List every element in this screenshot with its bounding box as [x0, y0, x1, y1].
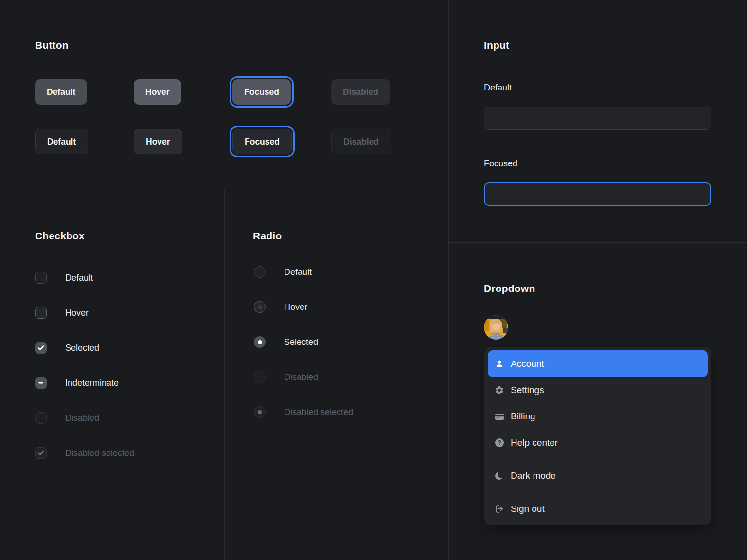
checkbox-section-title: Checkbox [35, 230, 85, 242]
menu-divider [493, 492, 703, 492]
button-subtle-default[interactable]: Default [35, 129, 88, 154]
menu-item-account[interactable]: Account [488, 350, 708, 377]
button-solid-focused[interactable]: Focused [232, 79, 291, 105]
menu-divider [493, 459, 703, 459]
credit-card-icon [495, 412, 504, 421]
check-icon [37, 344, 45, 352]
checkbox-disabled-label: Disabled [65, 412, 99, 424]
svg-text:?: ? [498, 439, 501, 446]
question-mark-icon: ? [495, 438, 504, 448]
radio-row-selected[interactable]: Selected [254, 336, 318, 348]
checkbox-row-default[interactable]: Default [35, 272, 93, 284]
menu-item-settings[interactable]: Settings [484, 377, 711, 403]
checkbox-row-selected[interactable]: Selected [35, 342, 99, 354]
button-subtle-focused[interactable]: Focused [232, 129, 292, 154]
menu-item-label: Sign out [511, 504, 545, 514]
checkbox-hover-label: Hover [65, 307, 89, 319]
input-section-title: Input [484, 39, 509, 51]
avatar-photo [484, 315, 508, 340]
radio-disabled-selected [254, 406, 266, 418]
radio-selected-label: Selected [284, 336, 318, 348]
menu-item-label: Billing [511, 412, 535, 421]
checkbox-selected-label: Selected [65, 342, 99, 354]
button-solid-hover[interactable]: Hover [134, 79, 181, 105]
checkbox-disabled [35, 412, 47, 424]
radio-dot [258, 305, 262, 309]
radio-row-hover[interactable]: Hover [254, 301, 307, 313]
input-default-field[interactable] [484, 107, 711, 130]
checkbox-row-hover[interactable]: Hover [35, 307, 89, 319]
radio-section-title: Radio [253, 230, 282, 242]
radio-default[interactable] [254, 266, 266, 278]
menu-item-dark-mode[interactable]: Dark mode [484, 463, 711, 489]
checkbox-indeterminate[interactable] [35, 377, 47, 389]
indeterminate-dash-icon [37, 379, 45, 387]
button-solid-disabled: Disabled [331, 79, 390, 105]
radio-dot [258, 340, 262, 344]
checkbox-indeterminate-label: Indeterminate [65, 377, 119, 389]
radio-disabled-selected-label: Disabled selected [284, 406, 353, 418]
input-default-label: Default [484, 82, 512, 93]
checkbox-default[interactable] [35, 272, 47, 284]
radio-disabled [254, 371, 266, 383]
menu-item-label: Dark mode [511, 471, 556, 481]
checkbox-row-indeterminate[interactable]: Indeterminate [35, 377, 119, 389]
radio-selected[interactable] [254, 336, 266, 348]
button-subtle-hover[interactable]: Hover [134, 129, 182, 154]
button-solid-default[interactable]: Default [35, 79, 87, 105]
checkbox-row-disabled: Disabled [35, 412, 99, 424]
menu-item-label: Account [511, 359, 544, 369]
check-icon [37, 449, 45, 457]
moon-icon [495, 471, 504, 481]
checkbox-disabled-selected [35, 447, 47, 459]
dropdown-section-title: Dropdown [484, 283, 535, 294]
checkbox-row-disabled-selected: Disabled selected [35, 447, 134, 459]
checkbox-hover[interactable] [35, 307, 47, 319]
sign-out-icon [495, 504, 504, 514]
gear-icon [495, 385, 504, 395]
checkbox-disabled-selected-label: Disabled selected [65, 447, 134, 459]
input-focused-label: Focused [484, 158, 517, 169]
radio-hover-label: Hover [284, 301, 307, 313]
radio-row-disabled-selected: Disabled selected [254, 406, 353, 418]
menu-item-billing[interactable]: Billing [484, 403, 711, 430]
divider-right-horizontal [448, 242, 747, 243]
checkbox-default-label: Default [65, 272, 93, 284]
radio-hover[interactable] [254, 301, 266, 313]
radio-default-label: Default [284, 266, 312, 278]
dropdown-menu: Account Settings Billing ? Help c [484, 347, 711, 525]
radio-disabled-label: Disabled [284, 371, 318, 383]
checkbox-selected[interactable] [35, 342, 47, 354]
menu-item-label: Help center [511, 438, 558, 448]
radio-row-disabled: Disabled [254, 371, 318, 383]
user-avatar[interactable] [484, 315, 508, 340]
button-section-title: Button [35, 39, 69, 51]
input-focused-field[interactable] [484, 182, 711, 206]
divider-checkbox-radio-vertical [224, 190, 225, 560]
menu-item-help-center[interactable]: ? Help center [484, 430, 711, 456]
radio-row-default[interactable]: Default [254, 266, 312, 278]
radio-dot [258, 410, 262, 414]
menu-item-label: Settings [511, 385, 544, 395]
user-icon [495, 359, 504, 369]
button-subtle-disabled: Disabled [331, 129, 391, 154]
divider-main-vertical [448, 0, 449, 560]
menu-item-sign-out[interactable]: Sign out [484, 496, 711, 522]
